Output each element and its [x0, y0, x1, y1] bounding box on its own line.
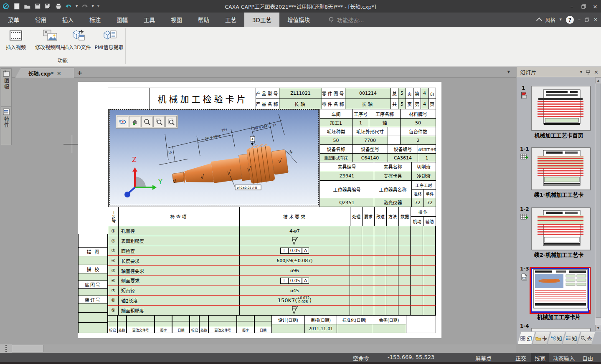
doc-restore-button[interactable]: [585, 18, 589, 22]
process-info-value[interactable]: 重型卧式车床: [320, 153, 352, 162]
tech-requirement-cell[interactable]: [240, 236, 350, 246]
process-info-label[interactable]: 同时加工件数: [418, 144, 436, 154]
horizontal-scrollbar[interactable]: [0, 344, 516, 353]
redo-icon[interactable]: [81, 3, 88, 10]
hours-value[interactable]: 72: [423, 198, 436, 207]
process-info-label[interactable]: 车间: [320, 109, 352, 119]
process-info-value[interactable]: 50: [400, 118, 436, 127]
revision-cell[interactable]: [155, 321, 172, 327]
product-model-value[interactable]: ZL11021: [279, 88, 322, 99]
slides-scrollbar[interactable]: ▲ ▼: [595, 77, 601, 331]
card-title[interactable]: 机械加工检验卡片: [150, 88, 256, 109]
countersign-date-label[interactable]: 会签(日期): [372, 315, 406, 324]
design-date-label[interactable]: 设计(日期): [271, 315, 305, 324]
check-cell[interactable]: [398, 246, 411, 256]
scroll-down-icon[interactable]: ▼: [595, 325, 601, 331]
check-cell[interactable]: [374, 226, 386, 236]
slide-label[interactable]: 续1-机械加工工艺卡: [517, 190, 601, 198]
menu-tab-tufu[interactable]: 图幅: [109, 13, 136, 27]
tech-requirement-cell[interactable]: ⊥0.05A: [240, 246, 350, 256]
check-cell[interactable]: [374, 236, 386, 246]
inspection-item-cell[interactable]: 短直径: [119, 286, 240, 296]
tool-id-label[interactable]: 工位器具编号: [320, 180, 374, 198]
check-cell[interactable]: [386, 306, 398, 315]
inspection-item-cell[interactable]: 表面粗糙度: [119, 236, 240, 246]
check-cell[interactable]: [362, 236, 374, 246]
part-drawing-no-label[interactable]: 零件图号: [322, 88, 345, 99]
inspection-row[interactable]: ⑨端面粗糙度: [108, 305, 436, 315]
process-info-value[interactable]: 7700: [352, 136, 388, 145]
check-cell[interactable]: [398, 306, 411, 315]
redo-dropdown-icon[interactable]: ▼: [91, 5, 94, 8]
process-info-value[interactable]: 1: [418, 153, 436, 162]
check-cell[interactable]: [362, 306, 374, 315]
op-cell[interactable]: [411, 296, 423, 305]
undo-icon[interactable]: [65, 3, 72, 10]
revision-cell[interactable]: [117, 321, 127, 327]
check-cell[interactable]: [362, 226, 374, 236]
slide-label[interactable]: 机械加工工序卡片: [517, 313, 601, 321]
check-cell[interactable]: [362, 286, 374, 296]
process-info-value[interactable]: 冷却液: [411, 171, 436, 181]
revision-cell[interactable]: [108, 321, 117, 327]
revision-cell[interactable]: [237, 315, 254, 321]
check-cell[interactable]: [398, 266, 411, 276]
check-cell[interactable]: [398, 296, 411, 305]
window-close-button[interactable]: ×: [589, 0, 601, 13]
inspection-item-cell[interactable]: 侧面要求: [119, 276, 240, 286]
insert-video-button[interactable]: 插入视频: [1, 29, 31, 56]
help-icon[interactable]: ?: [566, 16, 574, 24]
review-date-label[interactable]: 审核(日期): [304, 315, 337, 324]
slide-label[interactable]: 机械加工工艺卡首页: [517, 131, 601, 139]
revision-cell[interactable]: [117, 315, 127, 321]
menu-tab-caidan[interactable]: 菜单: [0, 13, 27, 27]
tab-knowledge-tree[interactable]: 知: [548, 332, 565, 344]
check-cell[interactable]: [386, 286, 398, 296]
menu-tab-charu[interactable]: 插入: [54, 13, 81, 27]
check-cell[interactable]: [362, 266, 374, 276]
product-name-label[interactable]: 产品名称: [256, 99, 279, 109]
check-cell[interactable]: [374, 246, 386, 256]
qat-customize-icon[interactable]: ▼: [97, 5, 99, 8]
process-info-value[interactable]: CA3614: [388, 153, 418, 162]
check-cell[interactable]: [374, 286, 386, 296]
check-cell[interactable]: [374, 296, 386, 305]
menu-tab-gongju[interactable]: 工具: [136, 13, 163, 27]
check-cell[interactable]: [398, 236, 411, 246]
check-cell[interactable]: [398, 226, 411, 236]
op-cell[interactable]: [411, 236, 423, 246]
check-cell[interactable]: [398, 276, 411, 286]
part-name-label[interactable]: 零件名称: [322, 99, 345, 109]
3d-viewport[interactable]: Z Y: [109, 109, 319, 205]
product-model-label[interactable]: 产品型号: [256, 88, 279, 99]
pages-unit[interactable]: 页: [428, 99, 436, 109]
inspection-row[interactable]: ⑤轴直径要求ø96: [108, 265, 436, 276]
page-no-label[interactable]: 第: [413, 99, 421, 109]
inspection-row[interactable]: ⑥侧面要求⊥0.05A: [108, 276, 436, 286]
check-cell[interactable]: [350, 256, 362, 265]
check-cell[interactable]: [374, 276, 386, 286]
op-cell[interactable]: [423, 246, 436, 256]
signoff-empty-cell[interactable]: [406, 315, 436, 333]
collapse-ribbon-icon[interactable]: [536, 18, 542, 23]
menu-tab-bangzhu[interactable]: 帮助: [190, 13, 217, 27]
pin-icon[interactable]: [586, 70, 590, 75]
revision-cell[interactable]: [127, 315, 155, 321]
design-date-value[interactable]: [271, 324, 305, 333]
op-cell[interactable]: [423, 236, 436, 246]
open-file-icon[interactable]: [23, 3, 30, 10]
check-cell[interactable]: [350, 286, 362, 296]
hours-sub-label[interactable]: 准终: [411, 189, 424, 198]
tech-requirement-cell[interactable]: [240, 306, 350, 315]
tech-requirement-cell[interactable]: 600Js9(±0.087): [240, 256, 350, 265]
dynamic-input-toggle[interactable]: 动态输入: [553, 354, 575, 362]
inspection-row[interactable]: ①孔直径4-ø7: [108, 226, 436, 236]
revision-cell[interactable]: [199, 315, 209, 321]
window-restore-button[interactable]: [578, 0, 589, 13]
tech-requirement-cell[interactable]: ø96: [240, 266, 350, 276]
check-cell[interactable]: [374, 266, 386, 276]
revision-cell[interactable]: [237, 321, 254, 327]
revision-cell[interactable]: [155, 315, 172, 321]
scrollbar-thumb[interactable]: [596, 84, 601, 318]
op-cell[interactable]: [411, 306, 423, 315]
